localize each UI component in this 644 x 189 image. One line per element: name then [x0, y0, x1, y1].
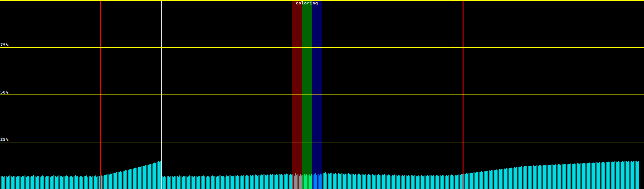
usage-bar	[314, 174, 315, 189]
usage-bar	[568, 164, 569, 189]
usage-bar	[472, 173, 473, 189]
usage-bar	[448, 175, 449, 189]
usage-bar	[71, 176, 72, 189]
usage-bar	[289, 175, 290, 189]
usage-bar	[219, 175, 220, 189]
usage-bar	[422, 176, 423, 189]
usage-bar	[606, 162, 607, 189]
usage-bar	[315, 173, 316, 189]
usage-bar	[1, 176, 2, 189]
usage-bar	[470, 173, 471, 189]
usage-bar	[257, 176, 258, 189]
usage-bar	[456, 175, 457, 189]
usage-bar	[479, 172, 480, 189]
usage-bar	[442, 175, 443, 189]
usage-bar	[474, 172, 475, 189]
usage-bar	[589, 163, 590, 189]
usage-bar	[335, 173, 336, 189]
usage-bar	[188, 176, 189, 189]
usage-bar	[85, 176, 86, 189]
usage-bar	[99, 176, 100, 189]
usage-bar	[529, 166, 530, 189]
usage-bar	[308, 175, 308, 189]
usage-bar	[637, 162, 638, 189]
usage-bar	[230, 175, 230, 189]
usage-bar	[408, 175, 409, 189]
usage-bar	[518, 167, 519, 189]
usage-bar	[597, 163, 598, 189]
usage-bar	[563, 164, 564, 189]
usage-bar	[388, 175, 389, 189]
usage-bar	[61, 176, 62, 189]
usage-bar	[436, 175, 437, 189]
usage-bar	[95, 175, 96, 189]
usage-bar	[619, 162, 620, 189]
usage-bar	[8, 176, 9, 189]
usage-bar	[305, 175, 306, 189]
usage-bar	[9, 175, 10, 189]
usage-bar	[261, 175, 262, 189]
usage-bar	[40, 177, 41, 189]
gridline-25%	[0, 142, 644, 142]
usage-bar	[303, 175, 303, 189]
usage-bar	[103, 176, 103, 189]
usage-bar	[409, 176, 410, 189]
usage-bar	[154, 163, 155, 189]
usage-bar	[199, 176, 200, 189]
usage-bar	[612, 162, 613, 189]
usage-bar	[258, 175, 259, 189]
usage-bar	[489, 170, 490, 189]
usage-bar	[359, 174, 360, 189]
usage-bar	[48, 176, 49, 189]
usage-bar	[539, 165, 540, 189]
usage-bar	[480, 172, 481, 189]
usage-bar	[90, 176, 91, 189]
usage-bar	[451, 175, 452, 189]
usage-bar	[418, 175, 419, 189]
usage-bar	[140, 167, 141, 189]
usage-bar	[74, 176, 75, 189]
usage-bar	[560, 165, 561, 189]
usage-bar	[111, 174, 112, 189]
usage-bar	[632, 162, 633, 189]
usage-bar	[280, 175, 281, 189]
usage-bar	[264, 174, 264, 189]
usage-bar	[534, 166, 535, 189]
usage-bar	[501, 169, 502, 189]
usage-bar	[469, 173, 469, 189]
usage-bar	[500, 169, 501, 189]
usage-bar	[609, 162, 610, 189]
usage-bar	[150, 164, 151, 189]
usage-bar	[143, 166, 144, 189]
usage-bar	[262, 175, 263, 189]
usage-bar	[36, 177, 37, 189]
usage-bar	[338, 173, 339, 189]
usage-bar	[452, 175, 453, 189]
usage-bar	[325, 172, 326, 189]
usage-bar	[134, 168, 135, 189]
usage-bar	[47, 176, 48, 189]
usage-bar	[7, 177, 8, 189]
usage-bar	[269, 175, 269, 189]
usage-bar	[309, 175, 310, 189]
usage-bar	[104, 175, 105, 189]
usage-bar	[633, 161, 634, 189]
usage-bar	[50, 177, 51, 189]
usage-bar	[131, 169, 132, 189]
usage-bar	[272, 174, 273, 189]
usage-bar	[55, 176, 56, 189]
usage-bar	[313, 175, 314, 189]
usage-bar	[399, 175, 400, 189]
usage-bar	[419, 176, 420, 189]
usage-bar	[17, 176, 18, 189]
usage-bar	[328, 173, 329, 189]
usage-bar	[297, 174, 298, 189]
usage-bar	[403, 176, 404, 189]
usage-bar	[613, 162, 614, 189]
usage-bar	[614, 161, 615, 189]
chart-title: coloring	[292, 1, 322, 5]
usage-bar	[441, 176, 442, 189]
usage-bar	[592, 163, 593, 189]
usage-bar	[549, 165, 550, 189]
usage-bar	[275, 175, 276, 189]
